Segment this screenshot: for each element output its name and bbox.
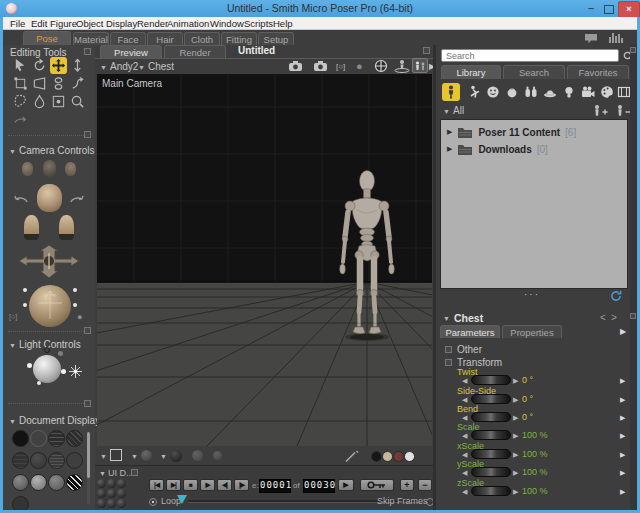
figure-style-sphere-icon[interactable] xyxy=(141,450,152,461)
doc-panel-menu-button[interactable] xyxy=(423,47,430,54)
trackball-camera-control[interactable] xyxy=(29,285,71,327)
light-indicator-white[interactable] xyxy=(37,381,41,385)
library-tab[interactable]: Library xyxy=(441,65,501,79)
ui-dots-triangle-icon[interactable]: ▼ xyxy=(99,470,106,477)
category-poses[interactable] xyxy=(466,84,482,100)
memory-dot[interactable] xyxy=(107,499,116,508)
style-smooth-lined[interactable] xyxy=(30,474,47,491)
category-materials[interactable] xyxy=(599,84,615,100)
dial-right-arrow-icon[interactable]: ▶ xyxy=(513,451,518,458)
param-value-scale[interactable]: 100 % xyxy=(522,430,548,440)
dial-left-arrow-icon[interactable]: ◀ xyxy=(462,488,467,495)
create-light-sun-icon[interactable] xyxy=(69,365,82,378)
camera-select-icon[interactable]: [○] xyxy=(9,313,17,320)
menu-scripts[interactable]: Scripts xyxy=(244,18,273,29)
editing-tools-collapse-button[interactable] xyxy=(84,48,91,55)
menu-edit[interactable]: Edit xyxy=(31,18,47,29)
dial-right-arrow-icon[interactable]: ▶ xyxy=(513,488,518,495)
doc-tab-render[interactable]: Render xyxy=(164,45,226,58)
current-frame-counter[interactable]: 00001 xyxy=(259,479,291,493)
param-dial-yscale[interactable] xyxy=(471,467,511,477)
translate-in-out-tool[interactable] xyxy=(69,57,86,74)
category-props[interactable] xyxy=(542,84,558,100)
select-tool[interactable] xyxy=(12,57,29,74)
dial-left-arrow-icon[interactable]: ◀ xyxy=(462,396,467,403)
stats-columns-icon[interactable] xyxy=(608,31,624,44)
last-frame-button[interactable]: ▶| xyxy=(166,479,181,491)
param-dial-xscale[interactable] xyxy=(471,449,511,459)
depth-cue-sphere-icon[interactable] xyxy=(192,450,203,461)
face-camera-icon[interactable] xyxy=(288,60,304,72)
direct-manipulation-tool[interactable] xyxy=(12,111,29,128)
dial-left-arrow-icon[interactable]: ◀ xyxy=(462,451,467,458)
element-style-sphere-icon[interactable] xyxy=(170,450,182,462)
selected-element-title[interactable]: Chest xyxy=(454,312,483,324)
close-button[interactable]: × xyxy=(618,1,640,18)
add-keyframe-button[interactable]: + xyxy=(400,479,414,491)
andy2-figure[interactable] xyxy=(332,170,402,345)
minimize-button[interactable]: – xyxy=(584,2,598,15)
param-menu-arrow-icon[interactable]: ▶ xyxy=(620,488,625,495)
figure-style-menu-triangle-icon[interactable]: ▼ xyxy=(131,453,138,460)
memory-dot[interactable] xyxy=(97,479,106,488)
panel-divider-vertical[interactable] xyxy=(433,45,436,510)
right-hand-camera-control[interactable] xyxy=(65,162,76,176)
library-item-name[interactable]: Poser 11 Content xyxy=(478,127,560,138)
light-indicator-top[interactable] xyxy=(44,347,50,353)
category-hair[interactable] xyxy=(504,84,520,100)
memory-dot[interactable] xyxy=(117,479,126,488)
rotate-left-camera-icon[interactable] xyxy=(13,195,29,205)
memory-dot[interactable] xyxy=(97,499,106,508)
remove-keyframe-button[interactable]: − xyxy=(418,479,432,491)
advance-button[interactable]: ▶ xyxy=(338,479,354,491)
param-dial-zscale[interactable] xyxy=(471,486,511,496)
element-menu[interactable]: Chest xyxy=(148,61,174,72)
light-globe-control[interactable] xyxy=(33,355,61,383)
grouping-tool[interactable] xyxy=(12,93,29,110)
camera-animating-icon[interactable]: ● xyxy=(77,312,82,322)
left-hand-camera-control[interactable] xyxy=(22,162,33,176)
ground-color-chip[interactable] xyxy=(404,451,415,462)
dial-right-arrow-icon[interactable]: ▶ xyxy=(513,396,518,403)
prev-element-icon[interactable]: < xyxy=(600,312,606,323)
memory-dot[interactable] xyxy=(107,489,116,498)
param-value-yscale[interactable]: 100 % xyxy=(522,467,548,477)
figure-pair-icon[interactable] xyxy=(412,58,428,73)
maximize-button[interactable] xyxy=(604,5,614,14)
category-hands[interactable] xyxy=(523,84,539,100)
document-style-box-icon[interactable] xyxy=(110,449,122,461)
menu-object[interactable]: Object xyxy=(76,18,103,29)
dial-right-arrow-icon[interactable]: ▶ xyxy=(513,432,518,439)
actor-menu[interactable]: Andy2 xyxy=(110,61,138,72)
style-hidden-line[interactable] xyxy=(66,430,83,447)
param-value-bend[interactable]: 0 ° xyxy=(522,412,533,422)
param-value-side-side[interactable]: 0 ° xyxy=(522,394,533,404)
refresh-icon[interactable] xyxy=(610,290,622,302)
param-value-zscale[interactable]: 100 % xyxy=(522,486,548,496)
dial-left-arrow-icon[interactable]: ◀ xyxy=(462,414,467,421)
background-color-chip[interactable] xyxy=(382,451,393,462)
expand-arrow-icon[interactable]: ▶ xyxy=(447,145,452,153)
camera-dot[interactable] xyxy=(73,303,77,307)
tracking-sphere-icon[interactable] xyxy=(213,451,222,460)
library-favorites-tab[interactable]: Favorites xyxy=(567,65,629,79)
param-menu-arrow-icon[interactable]: ▶ xyxy=(620,469,625,476)
twist-tool[interactable] xyxy=(69,75,86,92)
timeline-scrubber[interactable] xyxy=(177,495,187,504)
loop-checkbox[interactable] xyxy=(149,498,157,506)
orbit-camera-icon[interactable] xyxy=(374,59,388,73)
camera-dot-icon[interactable]: ● xyxy=(356,60,363,72)
keyframe-button[interactable] xyxy=(360,479,394,491)
title-bar[interactable]: Untitled - Smith Micro Poser Pro (64-bit… xyxy=(0,0,640,17)
first-frame-button[interactable]: |◀ xyxy=(149,479,164,491)
library-content-list[interactable]: ▶ Poser 11 Content [6] ▶ Downloads [0] xyxy=(440,119,628,289)
doc-tab-preview[interactable]: Preview xyxy=(100,45,162,58)
camera-dot[interactable] xyxy=(23,303,27,307)
scale-tool[interactable] xyxy=(12,75,29,92)
search-input[interactable] xyxy=(441,49,619,62)
param-menu-arrow-icon[interactable]: ▶ xyxy=(620,432,625,439)
light-controls-collapse-button[interactable] xyxy=(84,327,91,334)
shadow-color-chip[interactable] xyxy=(393,451,404,462)
color-tool[interactable] xyxy=(31,93,48,110)
param-menu-arrow-icon[interactable]: ▶ xyxy=(620,377,625,384)
